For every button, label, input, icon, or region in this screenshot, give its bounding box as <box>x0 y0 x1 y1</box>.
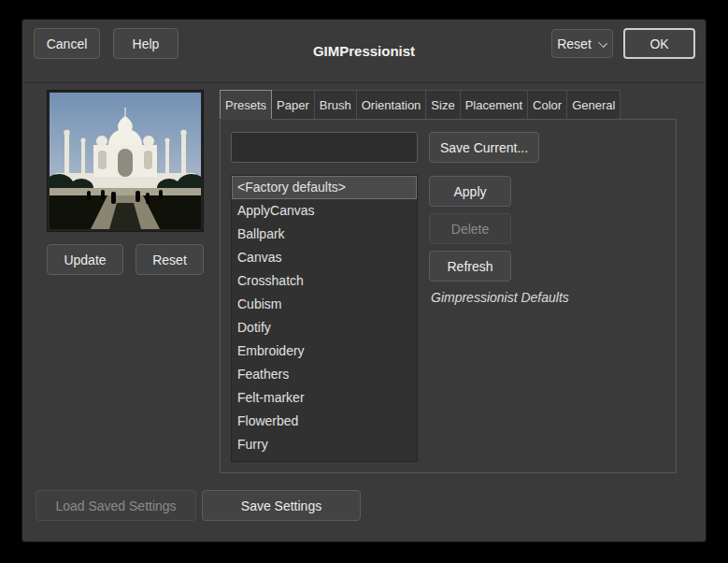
preview-reset-button[interactable]: Reset <box>136 244 204 275</box>
preset-list-item[interactable]: Flowerbed <box>232 410 417 433</box>
reset-dropdown-label: Reset <box>557 36 592 51</box>
preset-list-item[interactable]: Dotify <box>232 316 417 339</box>
preset-list-item[interactable]: Cubism <box>232 293 417 316</box>
presets-panel: Save Current... <Factory defaults>ApplyC… <box>220 119 677 473</box>
preset-list-item[interactable]: Canvas <box>232 246 417 269</box>
load-saved-settings-button[interactable]: Load Saved Settings <box>36 490 196 521</box>
preset-list-item[interactable]: Ballpark <box>232 223 417 246</box>
reset-dropdown[interactable]: Reset <box>551 29 613 58</box>
chevron-down-icon <box>598 39 607 48</box>
update-button[interactable]: Update <box>47 244 123 275</box>
tab-placement[interactable]: Placement <box>460 90 528 119</box>
refresh-button[interactable]: Refresh <box>429 251 511 282</box>
save-current-button[interactable]: Save Current... <box>429 132 539 163</box>
delete-button[interactable]: Delete <box>429 213 511 244</box>
preset-description: Gimpressionist Defaults <box>431 290 569 305</box>
preset-list-item[interactable]: Furry <box>232 433 417 456</box>
tab-general[interactable]: General <box>566 90 621 119</box>
preset-list-item[interactable]: Embroidery <box>232 339 417 363</box>
presets-list: <Factory defaults>ApplyCanvasBallparkCan… <box>231 175 418 462</box>
preview-frame <box>47 90 204 232</box>
tab-color[interactable]: Color <box>527 90 567 119</box>
preset-list-item[interactable]: Crosshatch <box>232 269 417 293</box>
tab-orientation[interactable]: Orientation <box>356 90 427 119</box>
tab-size[interactable]: Size <box>425 90 460 119</box>
preset-list-item[interactable]: Felt-marker <box>232 386 417 410</box>
tab-bar: PresetsPaperBrushOrientationSizePlacemen… <box>220 90 677 119</box>
tab-brush[interactable]: Brush <box>314 90 357 119</box>
preset-name-input[interactable] <box>231 132 418 163</box>
preset-list-item[interactable]: ApplyCanvas <box>232 199 417 223</box>
gimpressionist-dialog: Cancel Help GIMPressionist Reset OK <box>22 20 706 541</box>
preset-list-item[interactable]: <Factory defaults> <box>232 176 417 199</box>
header-separator <box>23 82 705 83</box>
taj-mahal-preview-image <box>50 93 201 229</box>
apply-button[interactable]: Apply <box>429 176 511 207</box>
save-settings-button[interactable]: Save Settings <box>202 490 361 521</box>
preset-list-item[interactable]: Feathers <box>232 363 417 386</box>
ok-button[interactable]: OK <box>623 28 695 59</box>
tab-presets[interactable]: Presets <box>220 90 272 119</box>
notebook: PresetsPaperBrushOrientationSizePlacemen… <box>220 90 677 473</box>
tab-paper[interactable]: Paper <box>271 90 315 119</box>
